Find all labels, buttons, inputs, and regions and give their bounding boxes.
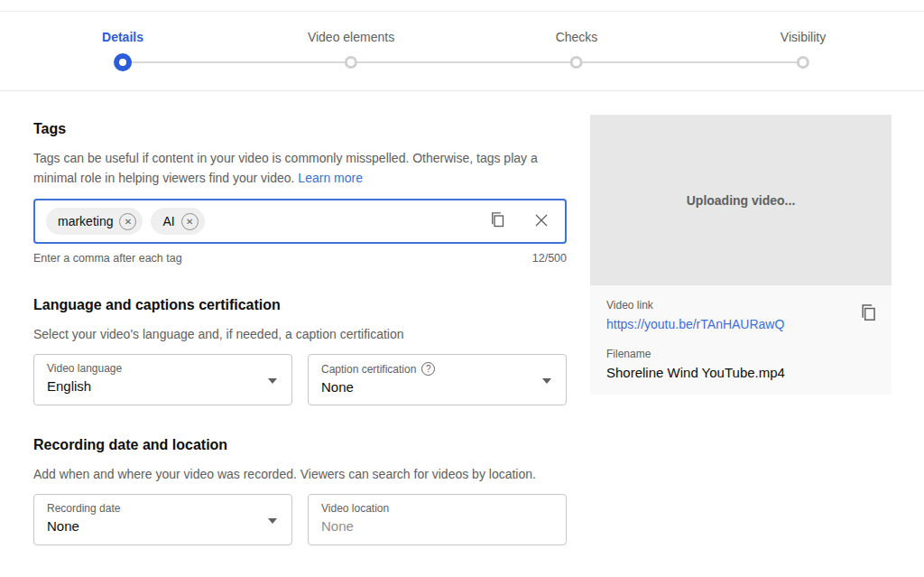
remove-tag-icon[interactable]: ✕ bbox=[119, 213, 136, 230]
tag-chip-marketing: marketing ✕ bbox=[46, 208, 143, 235]
step-details-dot[interactable] bbox=[114, 53, 132, 71]
video-language-label: Video language bbox=[47, 362, 279, 375]
recording-date-value: None bbox=[47, 518, 279, 534]
tag-chips: marketing ✕ AI ✕ bbox=[46, 208, 205, 235]
video-link-label: Video link bbox=[606, 299, 875, 312]
language-section-description: Select your video's language and, if nee… bbox=[33, 327, 567, 341]
video-location-label: Video location bbox=[321, 502, 553, 515]
caption-certification-label: Caption certification bbox=[321, 363, 416, 376]
chevron-down-icon bbox=[268, 378, 277, 384]
caption-certification-value: None bbox=[321, 379, 553, 395]
tags-learn-more-link[interactable]: Learn more bbox=[298, 171, 363, 185]
tags-description-text: Tags can be useful if content in your vi… bbox=[33, 151, 538, 185]
video-preview: Uploading video... bbox=[590, 115, 892, 285]
chevron-down-icon bbox=[268, 518, 277, 524]
filename-value: Shoreline Wind YouTube.mp4 bbox=[606, 365, 875, 380]
recording-fields-row: Recording date None Video location None bbox=[33, 494, 567, 545]
caption-certification-dropdown[interactable]: Caption certification ? None bbox=[308, 354, 567, 405]
copy-icon bbox=[488, 210, 507, 232]
copy-tags-button[interactable] bbox=[488, 210, 507, 232]
recording-date-label: Recording date bbox=[47, 502, 279, 515]
step-checks-dot[interactable] bbox=[570, 56, 583, 69]
tags-section-title: Tags bbox=[33, 121, 567, 137]
step-visibility[interactable]: Visibility bbox=[781, 30, 826, 69]
recording-section-description: Add when and where your video was record… bbox=[33, 467, 567, 481]
video-language-dropdown[interactable]: Video language English bbox=[33, 354, 292, 405]
video-link[interactable]: https://youtu.be/rTAnHAURawQ bbox=[606, 317, 875, 331]
step-visibility-dot[interactable] bbox=[797, 56, 809, 69]
tags-helper-row: Enter a comma after each tag 12/500 bbox=[33, 252, 567, 265]
tag-chip-label: marketing bbox=[58, 214, 113, 228]
chevron-down-icon bbox=[542, 378, 551, 384]
video-preview-card: Uploading video... Video link https://yo… bbox=[590, 115, 892, 395]
tags-char-counter: 12/500 bbox=[532, 252, 567, 265]
remove-tag-icon[interactable]: ✕ bbox=[181, 213, 199, 230]
step-video-elements-dot[interactable] bbox=[345, 56, 357, 69]
upload-stepper: Details Video elements Checks Visibility bbox=[0, 12, 924, 91]
close-icon bbox=[532, 211, 550, 232]
step-checks[interactable]: Checks bbox=[556, 30, 598, 69]
step-visibility-label: Visibility bbox=[781, 30, 826, 44]
upload-status-text: Uploading video... bbox=[687, 193, 796, 208]
step-video-elements-label: Video elements bbox=[308, 30, 394, 44]
dialog-body: Tags Tags can be useful if content in yo… bbox=[0, 91, 924, 545]
step-details[interactable]: Details bbox=[102, 30, 143, 71]
tag-chip-label: AI bbox=[162, 214, 174, 228]
recording-section-title: Recording date and location bbox=[33, 437, 567, 453]
step-video-elements[interactable]: Video elements bbox=[308, 30, 394, 69]
clear-tags-button[interactable] bbox=[532, 211, 550, 232]
video-info-panel: Video link https://youtu.be/rTAnHAURawQ … bbox=[590, 285, 892, 395]
dialog-top-spacer bbox=[0, 0, 924, 12]
details-form: Tags Tags can be useful if content in yo… bbox=[33, 91, 567, 545]
video-location-field[interactable]: Video location None bbox=[308, 494, 567, 545]
tags-helper-text: Enter a comma after each tag bbox=[33, 252, 182, 265]
filename-label: Filename bbox=[606, 348, 875, 360]
tags-section-description: Tags can be useful if content in your vi… bbox=[33, 148, 567, 188]
step-details-label: Details bbox=[102, 30, 143, 44]
copy-link-button[interactable] bbox=[858, 302, 879, 326]
video-language-value: English bbox=[47, 378, 279, 394]
stepper-track bbox=[123, 61, 803, 63]
video-location-placeholder: None bbox=[321, 518, 553, 534]
tag-chip-ai: AI ✕ bbox=[151, 208, 204, 235]
recording-date-dropdown[interactable]: Recording date None bbox=[33, 494, 292, 545]
copy-icon bbox=[858, 302, 879, 326]
language-fields-row: Video language English Caption certifica… bbox=[33, 354, 567, 405]
help-icon[interactable]: ? bbox=[421, 362, 435, 376]
language-section-title: Language and captions certification bbox=[33, 297, 567, 313]
tags-input[interactable]: marketing ✕ AI ✕ bbox=[33, 199, 567, 244]
step-checks-label: Checks bbox=[556, 30, 598, 44]
